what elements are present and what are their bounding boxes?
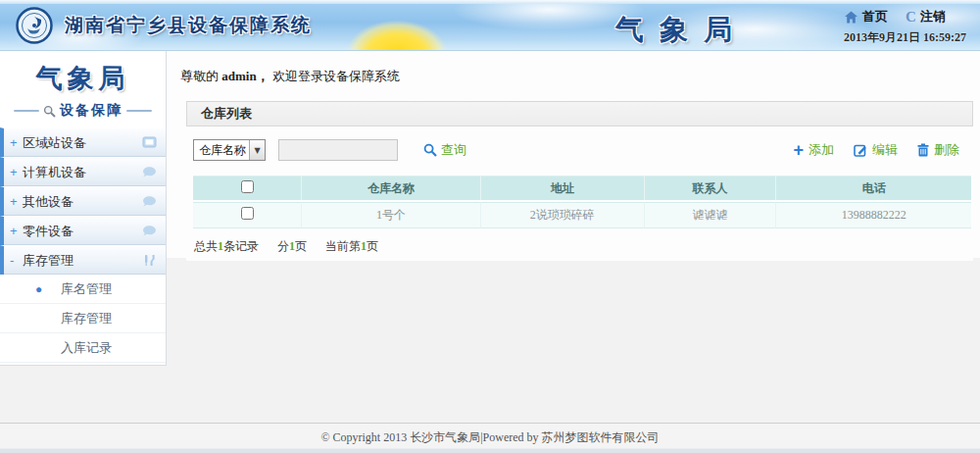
sidebar-logo-title: 气象局 [0,61,166,96]
copyright-text: © Copyright 2013 长沙市气象局|Powered by 苏州梦图软… [0,424,980,446]
sidebar-item-region-station-devices[interactable]: + 区域站设备 [0,127,166,157]
sidebar-logo: 气象局 设备保障 [0,51,166,127]
warehouse-list-panel: 仓库列表 仓库名称 ▼ [186,101,973,261]
cell-address: 2说琐琐碎碎 [481,202,645,228]
active-bullet-icon: ● [35,275,42,304]
trash-icon [917,143,929,157]
logout-link[interactable]: C 注销 [906,8,946,25]
warehouse-table: 仓库名称 地址 联系人 电话 1号个 [193,176,971,228]
cell-phone: 13988882222 [776,202,971,228]
system-title: 湖南省宁乡县设备保障系统 [65,13,312,38]
sidebar-item-inventory-management[interactable]: - 库存管理 [0,245,166,275]
cell-contact: 谑谑谑 [645,202,777,228]
divider [14,110,39,112]
table-actions: + 添加 编辑 [793,141,971,159]
pagination: 总共1条记录 分1页 当前第1页 [186,228,973,255]
toolbar: 仓库名称 ▼ 查询 [186,126,973,176]
sidebar-item-computer-devices[interactable]: + 计算机设备 [0,157,166,186]
monitor-icon [142,136,157,149]
brand: 湖南省宁乡县设备保障系统 [16,7,312,44]
submenu-item-inventory-management[interactable]: ● 库存管理 [0,304,166,333]
bottom-strip [0,448,980,453]
main-content: 尊敬的 admin， 欢迎登录设备保障系统 仓库列表 仓库名称 ▼ [167,51,980,423]
chevron-down-icon: ▼ [249,140,265,160]
column-header-warehouse-name: 仓库名称 [302,176,481,200]
tools-icon [142,254,157,267]
column-header-phone: 电话 [776,176,971,200]
comment-icon [142,225,157,237]
bureau-title: 气象局 [615,11,748,50]
footer: © Copyright 2013 长沙市气象局|Powered by 苏州梦图软… [0,423,980,453]
bureau-logo-icon [16,7,53,44]
delete-button[interactable]: 删除 [917,141,959,159]
home-link[interactable]: 首页 [844,8,888,25]
edit-button[interactable]: 编辑 [854,141,898,159]
sidebar: 气象局 设备保障 + [0,51,167,423]
datetime: 2013年9月21日 16:59:27 [844,29,966,46]
username: admin， [221,69,269,83]
table-row[interactable]: 1号个 2说琐琐碎碎 谑谑谑 13988882222 [193,202,971,228]
edit-icon [854,143,867,157]
search-field-select[interactable]: 仓库名称 ▼ [193,139,266,161]
page: 湖南省宁乡县设备保障系统 气象局 首页 C 注销 2 [0,0,980,453]
home-icon [844,11,858,24]
table-header-row: 仓库名称 地址 联系人 电话 [193,176,971,200]
select-all-checkbox[interactable] [241,180,254,193]
add-button[interactable]: + 添加 [793,141,834,159]
logout-icon: C [906,9,916,25]
divider [126,110,152,112]
magnifier-icon [43,105,56,118]
submenu-item-warehouse-name-management[interactable]: ● 库名管理 [0,275,166,304]
sidebar-item-part-devices[interactable]: + 零件设备 [0,216,166,245]
sidebar-logo-subtitle: 设备保障 [60,102,122,120]
cell-warehouse-name: 1号个 [302,202,481,228]
plus-icon: + [793,143,804,157]
inventory-submenu: ● 库名管理 ● 库存管理 ● 入库记录 [0,275,166,363]
column-header-address: 地址 [481,176,645,200]
query-button[interactable]: 查询 [423,141,466,159]
header-top-right: 首页 C 注销 2013年9月21日 16:59:27 [844,8,966,46]
comment-icon [142,166,157,178]
welcome-message: 尊敬的 admin， 欢迎登录设备保障系统 [167,51,980,101]
sidebar-item-other-devices[interactable]: + 其他设备 [0,186,166,216]
top-header: 湖南省宁乡县设备保障系统 气象局 首页 C 注销 2 [0,0,980,51]
panel-title: 仓库列表 [186,101,973,126]
row-checkbox[interactable] [241,207,254,220]
submenu-item-inbound-records[interactable]: ● 入库记录 [0,333,166,363]
comment-icon [142,195,157,208]
search-icon [423,143,437,157]
search-input[interactable] [278,139,398,161]
column-header-contact: 联系人 [645,176,777,200]
